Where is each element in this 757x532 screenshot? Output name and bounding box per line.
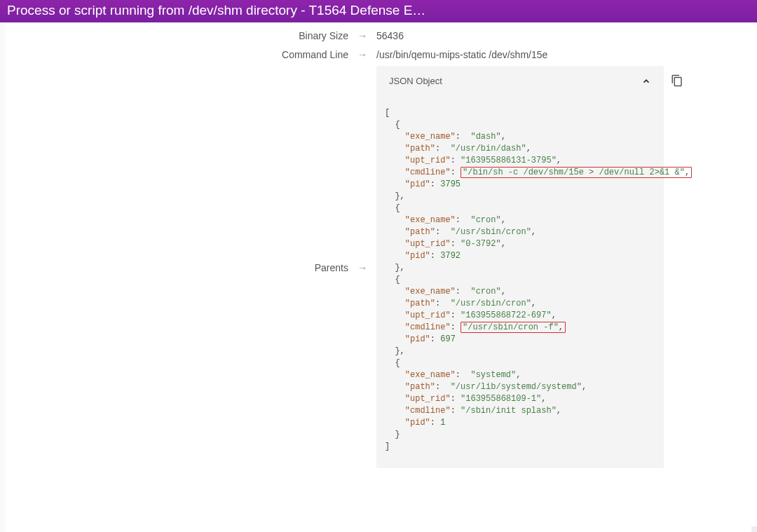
arrow-icon: → [355, 66, 369, 273]
json-panel-title: JSON Object [389, 76, 442, 86]
command-line-label: Command Line [5, 47, 348, 60]
command-line-value: /usr/bin/qemu-mips-static /dev/shm/15e [376, 47, 757, 60]
binary-size-label: Binary Size [5, 28, 348, 41]
content-area: Binary Size → 56436 Command Line → /usr/… [0, 22, 757, 532]
json-body: [ { "exe_name": "dash", "path": "/usr/bi… [376, 95, 664, 468]
page-title: Process or script running from /dev/shm … [7, 3, 425, 18]
field-command-line: Command Line → /usr/bin/qemu-mips-static… [5, 44, 757, 63]
chevron-up-icon[interactable] [641, 76, 651, 86]
field-parents: Parents → JSON Object [ { "exe_name": "d… [5, 63, 757, 471]
copy-icon[interactable] [671, 74, 683, 87]
page-header: Process or script running from /dev/shm … [0, 0, 757, 22]
parents-label: Parents [5, 66, 348, 273]
arrow-icon: → [355, 28, 369, 41]
arrow-icon: → [355, 47, 369, 60]
scrollbar-corner[interactable] [751, 526, 757, 532]
field-binary-size: Binary Size → 56436 [5, 25, 757, 44]
binary-size-value: 56436 [376, 28, 757, 41]
json-panel-header: JSON Object [376, 66, 664, 95]
json-object-panel: JSON Object [ { "exe_name": "dash", "pat… [376, 66, 664, 468]
